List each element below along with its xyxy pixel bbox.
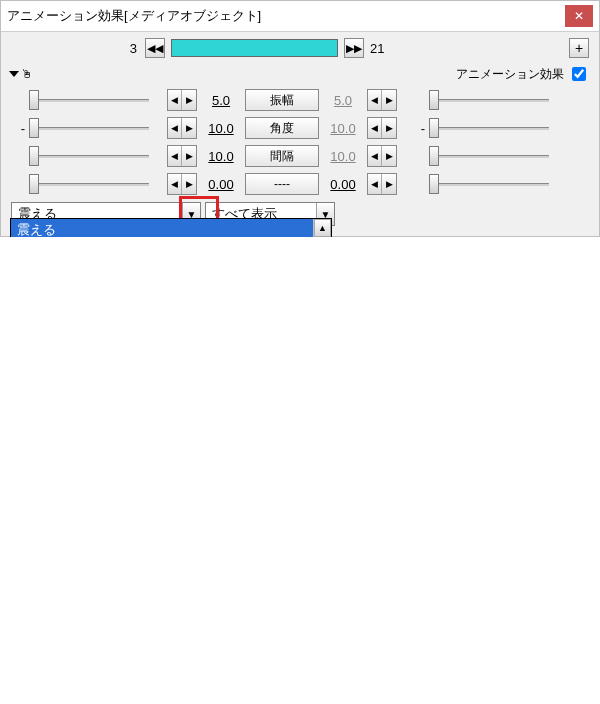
chevron-up-icon: ▲: [318, 223, 327, 233]
close-button[interactable]: ✕: [565, 5, 593, 27]
spin-down-icon[interactable]: ◀: [368, 90, 382, 110]
spin-down-icon[interactable]: ◀: [168, 118, 182, 138]
spin-up-icon[interactable]: ▶: [382, 146, 396, 166]
scroll-up-button[interactable]: ▲: [314, 219, 331, 237]
spin-down-icon[interactable]: ◀: [168, 146, 182, 166]
spin-down-icon[interactable]: ◀: [368, 174, 382, 194]
spin-right[interactable]: ◀▶: [367, 173, 397, 195]
value-right[interactable]: 10.0: [323, 121, 363, 136]
spin-left[interactable]: ◀▶: [167, 117, 197, 139]
spin-down-icon[interactable]: ◀: [368, 146, 382, 166]
frame-end: 21: [370, 41, 392, 56]
timeline-bar[interactable]: [171, 39, 338, 57]
param-row: ◀▶0.00----0.00◀▶: [11, 172, 589, 196]
value-left[interactable]: 5.0: [201, 93, 241, 108]
spin-left[interactable]: ◀▶: [167, 145, 197, 167]
spin-down-icon[interactable]: ◀: [368, 118, 382, 138]
mouse-icon: 🖱: [21, 67, 33, 81]
slider-right[interactable]: [429, 144, 549, 168]
spin-up-icon[interactable]: ▶: [382, 90, 396, 110]
param-name-button[interactable]: ----: [245, 173, 319, 195]
value-right[interactable]: 10.0: [323, 149, 363, 164]
window-title: アニメーション効果[メディアオブジェクト]: [7, 7, 261, 25]
spin-up-icon[interactable]: ▶: [182, 118, 196, 138]
param-prefix: -: [11, 121, 25, 136]
spin-up-icon[interactable]: ▶: [382, 118, 396, 138]
expand-icon[interactable]: [9, 71, 19, 77]
forward-icon: ▶▶: [346, 42, 362, 55]
slider-right[interactable]: [429, 172, 549, 196]
param-name-button[interactable]: 角度: [245, 117, 319, 139]
spin-down-icon[interactable]: ◀: [168, 174, 182, 194]
slider-right[interactable]: [429, 116, 549, 140]
param-row: -◀▶10.0角度10.0◀▶-: [11, 116, 589, 140]
slider-left[interactable]: [29, 172, 149, 196]
value-right[interactable]: 5.0: [323, 93, 363, 108]
param-row: ◀▶10.0間隔10.0◀▶: [11, 144, 589, 168]
slider-left[interactable]: [29, 144, 149, 168]
value-left[interactable]: 10.0: [201, 149, 241, 164]
spin-left[interactable]: ◀▶: [167, 89, 197, 111]
spin-left[interactable]: ◀▶: [167, 173, 197, 195]
param-name-button[interactable]: 間隔: [245, 145, 319, 167]
spin-right[interactable]: ◀▶: [367, 117, 397, 139]
param-row: ◀▶5.0振幅5.0◀▶: [11, 88, 589, 112]
value-left[interactable]: 0.00: [201, 177, 241, 192]
spin-up-icon[interactable]: ▶: [382, 174, 396, 194]
spin-right[interactable]: ◀▶: [367, 89, 397, 111]
spin-up-icon[interactable]: ▶: [182, 90, 196, 110]
param-prefix-right: -: [411, 121, 425, 136]
step-forward-button[interactable]: ▶▶: [344, 38, 364, 58]
value-left[interactable]: 10.0: [201, 121, 241, 136]
slider-left[interactable]: [29, 116, 149, 140]
spin-up-icon[interactable]: ▶: [182, 146, 196, 166]
slider-left[interactable]: [29, 88, 149, 112]
spin-up-icon[interactable]: ▶: [182, 174, 196, 194]
plus-icon: +: [575, 40, 583, 56]
value-right[interactable]: 0.00: [323, 177, 363, 192]
spin-down-icon[interactable]: ◀: [168, 90, 182, 110]
param-name-button[interactable]: 振幅: [245, 89, 319, 111]
effect-dropdown-list[interactable]: 震える振り子弾む座標の拡大縮小(個別オブジェクト)画面外から登場ランダム方向から…: [10, 218, 332, 237]
close-icon: ✕: [574, 9, 584, 23]
anim-effect-checkbox[interactable]: [572, 67, 586, 81]
frame-start: 3: [117, 41, 139, 56]
rewind-icon: ◀◀: [147, 42, 163, 55]
slider-right[interactable]: [429, 88, 549, 112]
add-frame-button[interactable]: +: [569, 38, 589, 58]
anim-effect-label: アニメーション効果: [456, 66, 564, 83]
step-back-button[interactable]: ◀◀: [145, 38, 165, 58]
spin-right[interactable]: ◀▶: [367, 145, 397, 167]
scrollbar[interactable]: ▲ ▼: [313, 219, 331, 237]
dropdown-item[interactable]: 震える: [11, 219, 313, 237]
